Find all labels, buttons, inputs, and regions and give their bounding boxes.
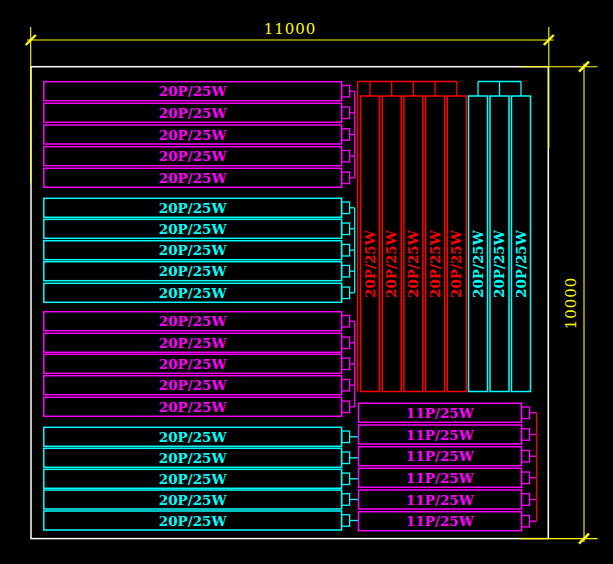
connector-tab [342, 337, 350, 349]
riser-bar[interactable]: 20P/25W [469, 96, 488, 392]
riser-bar-label: 20P/25W [383, 229, 399, 298]
connector-tab [342, 379, 350, 391]
radiator-bar[interactable]: 20P/25W [44, 427, 359, 446]
radiator-bar-label: 20P/25W [159, 513, 228, 529]
riser-bar-label: 20P/25W [427, 229, 443, 298]
radiator-bar[interactable]: 20P/25W [44, 241, 355, 260]
radiator-bar[interactable]: 11P/25W [359, 512, 537, 531]
radiator-bar[interactable]: 20P/25W [44, 219, 355, 238]
riser-bar[interactable]: 20P/25W [404, 96, 423, 392]
radiator-bar-label: 20P/25W [159, 492, 228, 508]
radiator-bar-label: 11P/25W [406, 513, 475, 529]
radiator-bar[interactable]: 11P/25W [359, 425, 537, 444]
connector-tab [342, 287, 350, 299]
connector-tab [342, 85, 350, 97]
radiator-bar[interactable]: 20P/25W [44, 333, 355, 352]
riser-bar-label: 20P/25W [405, 229, 421, 298]
connector-tab [522, 494, 530, 506]
radiator-bar-label: 20P/25W [159, 399, 228, 415]
radiator-bar-label: 20P/25W [159, 335, 228, 351]
radiator-bar[interactable]: 20P/25W [44, 490, 359, 509]
radiator-bar[interactable]: 20P/25W [44, 448, 359, 467]
radiator-bar[interactable]: 20P/25W [44, 469, 359, 488]
cad-canvas[interactable]: 11000 10000 20P/25W20P/25W20P/25W20P/25W… [0, 0, 613, 564]
dimension-top-label[interactable]: 11000 [264, 20, 317, 38]
connector-tab [522, 407, 530, 419]
radiator-bar-label: 20P/25W [159, 105, 228, 121]
radiator-bar-label: 20P/25W [159, 429, 228, 445]
connector-tab [342, 172, 350, 184]
left-group-2: 20P/25W20P/25W20P/25W20P/25W20P/25W [44, 198, 355, 302]
radiator-bar-label: 20P/25W [159, 356, 228, 372]
radiator-bar[interactable]: 20P/25W [44, 354, 355, 373]
cad-viewport[interactable]: 11000 10000 20P/25W20P/25W20P/25W20P/25W… [0, 0, 613, 564]
radiator-bar[interactable]: 20P/25W [44, 312, 355, 331]
radiator-bar[interactable]: 20P/25W [44, 147, 355, 166]
radiator-bar-label: 11P/25W [406, 427, 475, 443]
connector-tab [522, 515, 530, 527]
dimension-right-label[interactable]: 10000 [562, 277, 580, 330]
connector-tab [342, 515, 350, 527]
connector-tab [342, 244, 350, 256]
riser-bar-label: 20P/25W [448, 229, 464, 298]
radiator-bar[interactable]: 11P/25W [359, 490, 537, 509]
radiator-bar-label: 20P/25W [159, 263, 228, 279]
radiator-bar[interactable]: 20P/25W [44, 262, 355, 281]
riser-bar[interactable]: 20P/25W [512, 96, 531, 392]
riser-bar[interactable]: 20P/25W [490, 96, 509, 392]
radiator-bar[interactable]: 20P/25W [44, 125, 355, 144]
radiator-bar[interactable]: 20P/25W [44, 511, 359, 530]
dimension-right: 10000 [521, 62, 598, 544]
connector-tab [342, 107, 350, 119]
radiator-bar[interactable]: 20P/25W [44, 376, 355, 395]
dimension-top: 11000 [26, 20, 554, 183]
connector-tab [342, 431, 350, 443]
connector-tab [342, 150, 350, 162]
riser-bar-label: 20P/25W [470, 229, 486, 298]
radiator-bar-label: 20P/25W [159, 148, 228, 164]
connector-tab [342, 265, 350, 277]
left-group-4: 20P/25W20P/25W20P/25W20P/25W20P/25W [44, 427, 359, 530]
radiator-bar-label: 11P/25W [406, 492, 475, 508]
radiator-bar-label: 11P/25W [406, 470, 475, 486]
radiator-bar[interactable]: 20P/25W [44, 397, 355, 416]
riser-bar-label: 20P/25W [362, 229, 378, 298]
left-group-1: 20P/25W20P/25W20P/25W20P/25W20P/25W [44, 82, 355, 188]
connector-tab [342, 202, 350, 214]
radiator-bar-label: 20P/25W [159, 221, 228, 237]
riser-bar[interactable]: 20P/25W [426, 96, 445, 392]
connector-tab [342, 315, 350, 327]
riser-bar[interactable]: 20P/25W [361, 96, 380, 392]
connector-tab [342, 358, 350, 370]
connector-tab [342, 473, 350, 485]
bottom-right-group: 11P/25W11P/25W11P/25W11P/25W11P/25W11P/2… [359, 403, 537, 530]
radiator-bar[interactable]: 20P/25W [44, 198, 355, 217]
radiator-bar-label: 20P/25W [159, 127, 228, 143]
radiator-bar[interactable]: 11P/25W [359, 468, 537, 487]
radiator-bar-label: 20P/25W [159, 313, 228, 329]
connector-tab [522, 472, 530, 484]
radiator-bar-label: 20P/25W [159, 200, 228, 216]
riser-bar-label: 20P/25W [513, 229, 529, 298]
riser-group-red: 20P/25W20P/25W20P/25W20P/25W20P/25W [358, 82, 467, 392]
riser-bar-label: 20P/25W [491, 229, 507, 298]
radiator-bar[interactable]: 20P/25W [44, 283, 355, 302]
connector-tab [522, 429, 530, 441]
connector-tab [342, 494, 350, 506]
radiator-bar[interactable]: 11P/25W [359, 403, 537, 422]
connector-tab [522, 450, 530, 462]
radiator-bar-label: 20P/25W [159, 285, 228, 301]
connector-tab [342, 452, 350, 464]
radiator-bar[interactable]: 20P/25W [44, 82, 355, 101]
radiator-bar-label: 20P/25W [159, 242, 228, 258]
radiator-bar[interactable]: 11P/25W [359, 447, 537, 466]
riser-bar[interactable]: 20P/25W [447, 96, 466, 392]
radiator-bar-label: 20P/25W [159, 450, 228, 466]
riser-group-cyan: 20P/25W20P/25W20P/25W [469, 82, 531, 392]
radiator-bar[interactable]: 20P/25W [44, 103, 355, 122]
radiator-bar-label: 11P/25W [406, 405, 475, 421]
radiator-bar[interactable]: 20P/25W [44, 168, 355, 187]
radiator-bar-label: 20P/25W [159, 471, 228, 487]
riser-bar[interactable]: 20P/25W [382, 96, 401, 392]
left-group-3: 20P/25W20P/25W20P/25W20P/25W20P/25W [44, 312, 355, 417]
